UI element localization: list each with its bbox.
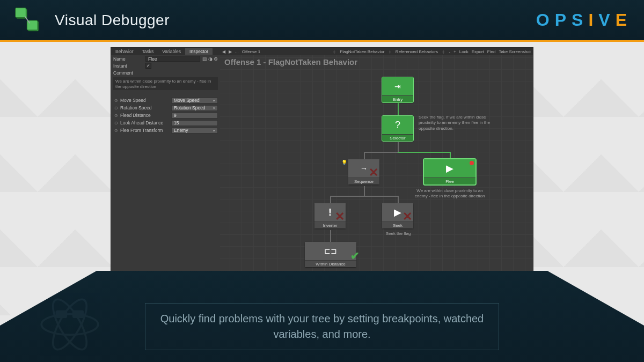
prop-look-ahead: ⊙ Look Ahead Distance 15 bbox=[111, 119, 220, 127]
color-icon[interactable]: ◑ bbox=[208, 56, 213, 62]
brand-letter: S bbox=[572, 10, 588, 30]
annotation-selector: Seek the flag. If we are within close pr… bbox=[419, 115, 496, 131]
bang-icon: ! bbox=[328, 207, 332, 218]
chevron-down-icon: ▾ bbox=[213, 128, 215, 134]
dash-button[interactable]: - bbox=[449, 49, 450, 54]
tab-behavior[interactable]: Behavior bbox=[111, 48, 138, 55]
distance-icon: ⊏⊐ bbox=[324, 247, 337, 255]
node-sequence[interactable]: 💡 →✕ Sequence bbox=[348, 159, 379, 184]
brand-letter: I bbox=[588, 10, 598, 30]
tab-tasks[interactable]: Tasks bbox=[138, 48, 158, 55]
breakpoint-icon bbox=[470, 161, 474, 165]
canvas-title: Offense 1 - FlagNotTaken Behavior bbox=[224, 57, 357, 67]
prop-move-speed: ⊙ Move Speed Move Speed▾ bbox=[111, 97, 220, 104]
brand-letter: V bbox=[598, 10, 615, 30]
node-inverter[interactable]: !✕ Inverter bbox=[314, 203, 346, 228]
svg-rect-8 bbox=[56, 311, 68, 318]
doc-icon[interactable]: ▤ bbox=[202, 56, 207, 62]
referenced-dropdown[interactable]: Referenced Behaviors bbox=[396, 49, 438, 54]
annotation-seek: Seek the flag bbox=[377, 231, 420, 237]
node-entry[interactable]: ⇥ Entry bbox=[382, 77, 413, 102]
name-label: Name bbox=[113, 56, 145, 62]
prop-label: Flee From Transform bbox=[120, 128, 171, 133]
node-label: Selector bbox=[382, 134, 413, 141]
brand-letter: P bbox=[555, 10, 572, 30]
prop-rotation-speed: ⊙ Rotation Speed Rotation Speed▾ bbox=[111, 104, 220, 112]
svg-point-5 bbox=[41, 314, 98, 335]
breadcrumb-dots[interactable]: ... bbox=[235, 49, 239, 54]
prop-value[interactable]: 9 bbox=[171, 113, 218, 119]
tab-variables[interactable]: Variables bbox=[158, 48, 185, 55]
question-icon: ? bbox=[395, 120, 400, 131]
prop-label: Move Speed bbox=[120, 98, 171, 103]
tab-inspector[interactable]: Inspector bbox=[185, 48, 213, 55]
page-title: Visual Debugger bbox=[55, 12, 170, 29]
export-button[interactable]: Export bbox=[472, 49, 484, 54]
chevron-down-icon: ▾ bbox=[213, 105, 215, 111]
instant-label: Instant bbox=[113, 63, 145, 69]
prop-value[interactable]: Move Speed▾ bbox=[171, 98, 218, 104]
svg-rect-9 bbox=[72, 311, 84, 318]
bottom-banner: Quickly find problems with your tree by … bbox=[0, 271, 644, 362]
connector bbox=[398, 103, 399, 116]
chevron-down-icon: ▾ bbox=[213, 98, 215, 104]
nav-prev-icon[interactable]: ◀ bbox=[222, 49, 225, 54]
comment-row: Comment bbox=[111, 69, 220, 76]
connector bbox=[450, 152, 451, 159]
name-row: Name Flee ▤ ◑ ⚙ bbox=[111, 55, 220, 62]
entry-icon: ⇥ bbox=[394, 82, 401, 91]
annotation-flee: We are within close proximity to an enem… bbox=[414, 188, 485, 200]
search-icon[interactable]: ⊙ bbox=[113, 98, 119, 103]
instant-checkbox[interactable]: ✓ bbox=[145, 63, 151, 69]
connector bbox=[330, 230, 331, 242]
node-label: Within Distance bbox=[305, 260, 356, 267]
prop-value[interactable]: Enemy▾ bbox=[171, 128, 218, 134]
brand-letter: O bbox=[536, 10, 555, 30]
arrow-icon: → bbox=[360, 164, 368, 173]
node-flee[interactable]: ▶ Flee bbox=[424, 159, 475, 184]
brand-logo: O P S I V E bbox=[536, 10, 632, 30]
search-icon[interactable]: ⊙ bbox=[113, 113, 119, 118]
prop-value[interactable]: Rotation Speed▾ bbox=[171, 105, 218, 111]
prop-label: Look Ahead Distance bbox=[120, 120, 171, 125]
connector bbox=[364, 152, 365, 159]
name-field[interactable]: Flee bbox=[145, 56, 200, 62]
node-within-distance[interactable]: ⊏⊐✔ Within Distance bbox=[305, 242, 356, 267]
behavior-dropdown[interactable]: FlagNotTaken Behavior bbox=[340, 49, 384, 54]
gear-icon[interactable]: ⚙ bbox=[214, 56, 218, 62]
screenshot-button[interactable]: Take Screenshot bbox=[499, 49, 531, 54]
search-icon[interactable]: ⊙ bbox=[113, 128, 119, 133]
prop-label: Fleed Distance bbox=[120, 113, 171, 118]
nav-next-icon[interactable]: ▶ bbox=[229, 49, 232, 54]
node-label: Entry bbox=[382, 95, 413, 102]
fail-icon: ✕ bbox=[402, 211, 412, 223]
svg-rect-1 bbox=[16, 8, 26, 17]
editor-window: Behavior Tasks Variables Inspector Name … bbox=[111, 47, 533, 284]
inspector-tabs: Behavior Tasks Variables Inspector bbox=[111, 48, 220, 55]
connector bbox=[330, 196, 398, 197]
connector bbox=[364, 186, 365, 196]
plus-button[interactable]: + bbox=[453, 49, 456, 54]
prop-flee-from: ⊙ Flee From Transform Enemy▾ bbox=[111, 127, 220, 134]
node-selector[interactable]: ? Selector bbox=[382, 116, 413, 141]
connector bbox=[398, 152, 450, 153]
bulb-icon: 💡 bbox=[341, 159, 347, 165]
behavior-canvas[interactable]: ◀ ▶ ... Offense 1 ‡ FlagNotTaken Behavio… bbox=[220, 48, 533, 284]
play-icon: ▶ bbox=[446, 162, 453, 174]
name-row-icons: ▤ ◑ ⚙ bbox=[202, 56, 218, 62]
search-icon[interactable]: ⊙ bbox=[113, 105, 119, 110]
fail-icon: ✕ bbox=[335, 211, 345, 223]
lock-button[interactable]: Lock bbox=[459, 49, 469, 54]
search-icon[interactable]: ⊙ bbox=[113, 120, 119, 125]
prop-label: Rotation Speed bbox=[120, 105, 171, 110]
breadcrumb[interactable]: Offense 1 bbox=[242, 49, 261, 54]
properties-list: ⊙ Move Speed Move Speed▾ ⊙ Rotation Spee… bbox=[111, 97, 220, 134]
find-button[interactable]: Find bbox=[487, 49, 496, 54]
connector bbox=[398, 196, 399, 203]
prop-value[interactable]: 15 bbox=[171, 120, 218, 126]
success-icon: ✔ bbox=[350, 249, 360, 262]
inspector-panel: Behavior Tasks Variables Inspector Name … bbox=[111, 48, 220, 284]
node-seek[interactable]: ▶✕ Seek bbox=[382, 203, 413, 228]
comment-label: Comment bbox=[113, 70, 145, 76]
comment-field[interactable]: We are within close proximity to an enem… bbox=[113, 77, 218, 90]
